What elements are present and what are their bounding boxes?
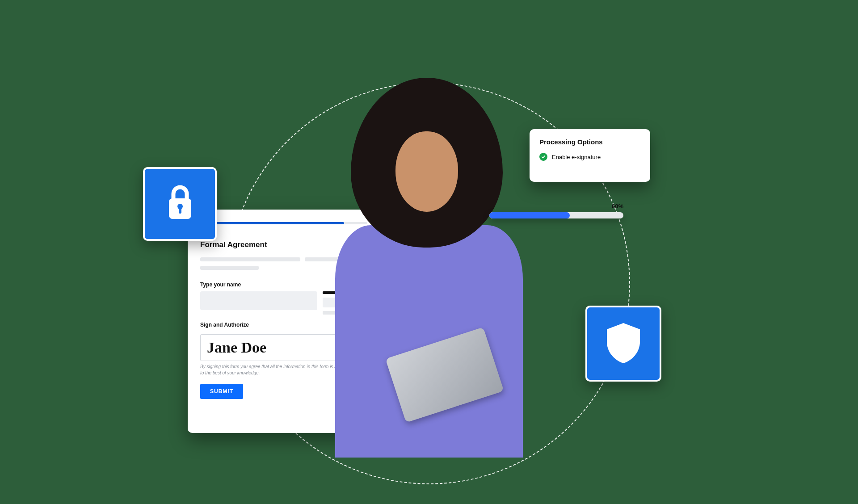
upload-progress-percent: 60% — [489, 203, 623, 210]
upload-progress: 60% — [489, 203, 623, 218]
skeleton-line — [200, 257, 300, 261]
processing-options-card: Processing Options Enable e-signature — [530, 129, 650, 182]
shield-tile — [585, 306, 661, 382]
submit-button[interactable]: SUBMIT — [200, 384, 243, 399]
shield-icon — [603, 320, 644, 367]
person-illustration — [299, 64, 550, 453]
processing-options-title: Processing Options — [539, 138, 640, 146]
signature-value: Jane Doe — [207, 339, 266, 356]
enable-esignature-option[interactable]: Enable e-signature — [539, 153, 640, 161]
lock-tile — [143, 167, 217, 241]
upload-progress-fill — [489, 212, 570, 218]
check-circle-icon — [539, 153, 547, 161]
skeleton-line — [200, 266, 259, 270]
lock-icon — [164, 183, 196, 225]
upload-progress-track — [489, 212, 623, 218]
enable-esignature-label: Enable e-signature — [552, 154, 601, 160]
svg-rect-2 — [179, 207, 181, 214]
